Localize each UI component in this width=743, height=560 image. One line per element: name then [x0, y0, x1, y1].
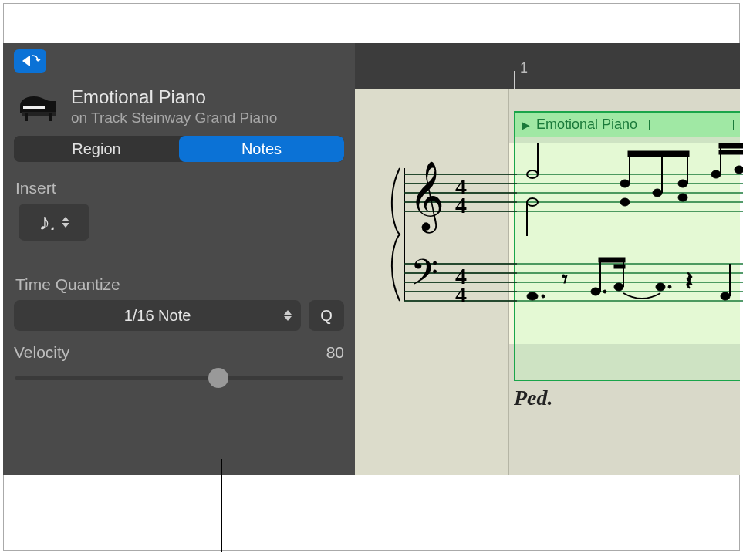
region-name: Emotional Piano	[536, 116, 637, 133]
svg-rect-2	[25, 113, 28, 121]
region-tick	[733, 120, 734, 130]
callout-line	[221, 459, 222, 552]
ruler-tick	[514, 71, 515, 89]
tab-region[interactable]: Region	[14, 136, 179, 162]
quantize-button[interactable]: Q	[309, 300, 344, 331]
svg-text:4: 4	[455, 192, 467, 218]
svg-point-63	[721, 292, 730, 300]
svg-point-60	[656, 283, 665, 291]
svg-point-61	[668, 285, 671, 288]
svg-rect-3	[49, 113, 52, 121]
insert-label: Insert	[15, 179, 344, 197]
inspector-panel: Emotional Piano on Track Steinway Grand …	[3, 43, 355, 475]
svg-point-51	[542, 295, 545, 298]
svg-rect-47	[719, 143, 743, 148]
tab-notes[interactable]: Notes	[179, 136, 344, 162]
svg-point-37	[653, 189, 662, 197]
play-icon: ▶	[522, 119, 530, 131]
velocity-label: Velocity	[14, 343, 69, 362]
svg-point-56	[614, 283, 623, 291]
catch-playhead-button[interactable]	[14, 49, 46, 73]
svg-point-39	[678, 194, 687, 201]
svg-rect-42	[628, 151, 689, 157]
time-quantize-value: 1/16 Note	[124, 307, 191, 325]
svg-text:4: 4	[455, 282, 467, 307]
insert-note-value-popup[interactable]: ♪.	[19, 204, 89, 241]
region-title: Emotional Piano	[71, 86, 277, 108]
region-header-row: Emotional Piano on Track Steinway Grand …	[17, 86, 344, 127]
instrument-icon	[17, 90, 60, 123]
svg-rect-4	[23, 106, 45, 109]
svg-point-35	[620, 180, 630, 187]
bass-clef-icon: 𝄢	[410, 253, 438, 301]
score-notation[interactable]: 𝄞 𝄢 4 4 4 4	[370, 143, 743, 383]
stepper-icon	[62, 217, 69, 228]
ruler-bar-number: 1	[520, 60, 528, 76]
velocity-slider[interactable]	[15, 376, 343, 380]
callout-line	[15, 239, 15, 548]
divider	[3, 258, 355, 258]
score-editor[interactable]: 1 ▶ Emotional Piano	[355, 43, 740, 475]
treble-clef-icon: 𝄞	[409, 161, 444, 234]
svg-point-53	[591, 288, 600, 295]
time-quantize-label: Time Quantize	[15, 275, 344, 294]
ruler[interactable]: 1	[355, 43, 740, 89]
region-tick	[649, 120, 650, 130]
inspector-tabs: Region Notes	[14, 136, 344, 162]
time-quantize-select[interactable]: 1/16 Note	[14, 300, 301, 331]
ruler-tick	[687, 71, 687, 89]
svg-point-45	[735, 166, 743, 174]
svg-point-50	[527, 292, 538, 300]
svg-rect-0	[29, 56, 30, 66]
svg-point-34	[620, 198, 630, 206]
stepper-icon	[284, 310, 292, 321]
catch-playhead-icon	[19, 53, 41, 69]
velocity-value: 80	[326, 343, 344, 362]
svg-rect-48	[719, 150, 743, 154]
region-header[interactable]: ▶ Emotional Piano	[515, 113, 740, 137]
svg-point-40	[678, 180, 687, 187]
velocity-slider-thumb[interactable]	[208, 368, 228, 388]
note-glyph-icon: ♪.	[39, 209, 56, 235]
svg-rect-58	[599, 258, 625, 262]
region-subtitle: on Track Steinway Grand Piano	[71, 110, 277, 127]
pedal-marking: Ped.	[514, 386, 553, 410]
svg-text:𝄽: 𝄽	[686, 272, 692, 288]
svg-point-54	[603, 290, 606, 293]
svg-rect-59	[614, 265, 625, 268]
svg-point-43	[711, 170, 721, 178]
